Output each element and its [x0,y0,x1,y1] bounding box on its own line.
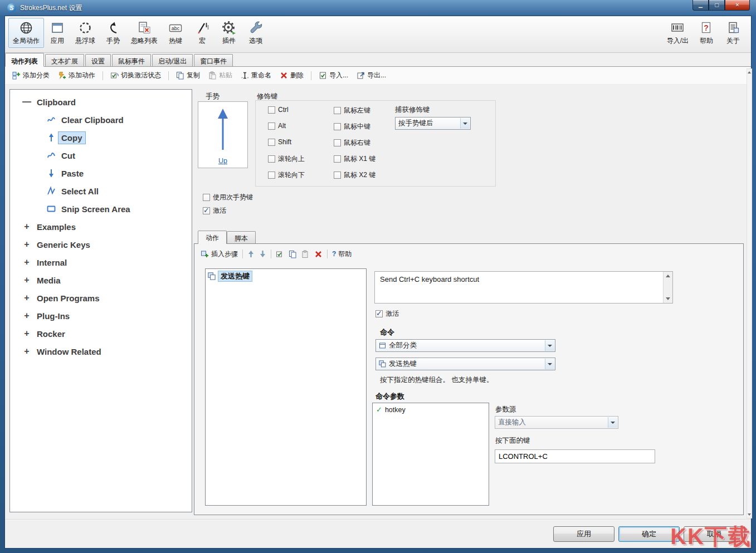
tab-script[interactable]: 脚本 [227,231,256,244]
insert-step-button[interactable]: 插入步骤 [201,249,238,259]
apply-button[interactable]: 应用 [553,526,614,542]
toolbar-button-app[interactable]: 应用 [44,18,71,48]
description-scrollbar[interactable] [663,272,672,303]
gesture-direction-link[interactable]: Up [198,157,247,165]
tree-item-select-all[interactable]: Select All [10,182,192,200]
tab-mouse-events[interactable]: 鼠标事件 [112,54,151,66]
paste-button[interactable]: 粘贴 [206,70,235,81]
toolbar-button-hotkeys[interactable]: abc 热键 [162,18,189,48]
checkbox-mouse-x1[interactable]: 鼠标 X1 键 [334,154,375,164]
tab-action[interactable]: 动作 [198,231,227,244]
tab-text-expansion[interactable]: 文本扩展 [45,54,84,66]
tree-label[interactable]: Snip Screen Area [58,203,134,216]
toolbar-button-float-ball[interactable]: 悬浮球 [71,18,100,48]
expand-icon[interactable]: + [20,311,33,320]
add-category-button[interactable]: 添加分类 [10,70,52,81]
hotkey-input[interactable] [495,449,655,463]
toolbar-button-help[interactable]: ? 帮助 [693,18,720,48]
tree-label[interactable]: Select All [58,185,102,198]
toggle-active-button[interactable]: 切换激活状态 [108,70,163,81]
param-item-hotkey[interactable]: ✓ hotkey [376,405,485,414]
checkbox-shift[interactable]: Shift [268,138,291,146]
checkbox-ctrl[interactable]: Ctrl [268,106,289,114]
scroll-down-icon[interactable] [747,511,752,518]
expand-icon[interactable]: + [20,276,33,285]
expand-icon[interactable]: + [20,258,33,267]
checkbox-box[interactable] [203,194,210,201]
close-button[interactable]: ✕ [725,0,750,11]
command-select[interactable]: 发送热键 [375,358,555,370]
tree-item-cut[interactable]: Cut [10,146,192,164]
tree-label[interactable]: Clear Clipboard [58,114,127,126]
scroll-up-icon[interactable] [664,272,672,280]
copy-step-button[interactable] [289,250,297,258]
toolbar-button-plugins[interactable]: 插件 [216,18,242,48]
tree-label[interactable]: Cut [58,149,79,162]
checkbox-mouse-x2[interactable]: 鼠标 X2 键 [334,170,375,180]
toolbar-button-import-export[interactable]: 导入/出 [662,18,693,48]
tab-action-list[interactable]: 动作列表 [5,53,44,67]
checkbox-box[interactable] [268,155,275,163]
tab-startup-exit[interactable]: 启动/退出 [152,54,193,66]
checkbox-wheel-down[interactable]: 滚轮向下 [268,170,305,180]
tree-category-generic-keys[interactable]: + Generic Keys [10,236,192,253]
checkbox-wheel-up[interactable]: 滚轮向上 [268,154,305,164]
step-description-input[interactable]: Send Ctrl+C keyboard shortcut [374,271,673,304]
checkbox-box[interactable] [334,172,341,179]
delete-button[interactable]: 删除 [277,70,306,81]
checkbox-box[interactable] [334,107,341,114]
checkbox-mouse-right[interactable]: 鼠标右键 [334,138,370,148]
toggle-step-active-button[interactable] [276,250,284,258]
tab-window-events[interactable]: 窗口事件 [194,54,233,66]
checkbox-box-checked[interactable] [375,310,383,317]
checkbox-box[interactable] [334,155,341,163]
minimize-button[interactable]: ▁ [692,0,709,11]
move-step-down-button[interactable] [259,250,266,258]
tree-category-clipboard[interactable]: — Clipboard [10,93,192,111]
rename-button[interactable]: 重命名 [238,70,274,81]
import-button[interactable]: 导入... [316,70,350,81]
tree-category-rocker[interactable]: + Rocker [10,325,192,342]
checkbox-mouse-left[interactable]: 鼠标左键 [334,106,370,115]
checkbox-mouse-middle[interactable]: 鼠标中键 [334,122,370,131]
checkbox-box[interactable] [268,139,275,146]
capture-modifiers-select[interactable]: 按手势键后 [395,117,471,130]
tree-category-examples[interactable]: + Examples [10,218,192,236]
checkbox-active[interactable]: 激活 [203,206,226,216]
move-step-up-button[interactable] [247,250,255,258]
tree-label[interactable]: Window Related [33,345,105,358]
expand-icon[interactable]: + [20,329,33,338]
checkbox-box[interactable] [268,123,275,130]
step-item-send-hotkey[interactable]: 发送热键 [208,271,364,282]
copy-button[interactable]: 复制 [174,70,202,81]
tree-label[interactable]: Media [33,274,64,287]
tree-label[interactable]: Plug-Ins [33,310,73,322]
add-action-button[interactable]: 添加动作 [56,70,97,81]
tree-category-plug-ins[interactable]: + Plug-Ins [10,307,192,325]
expand-icon[interactable]: + [20,240,33,249]
paste-step-button[interactable] [301,250,310,258]
expand-icon[interactable]: + [20,222,33,231]
page-scrollbar[interactable] [747,68,752,518]
step-help-button[interactable]: ? 帮助 [332,249,352,259]
maximize-button[interactable]: ▢ [709,0,725,11]
checkbox-secondary-stroke[interactable]: 使用次手势键 [203,193,253,202]
tree-label[interactable]: Open Programs [33,292,103,305]
toolbar-button-macros[interactable]: 宏 [189,18,216,48]
step-item-label[interactable]: 发送热键 [218,271,252,282]
checkbox-box-checked[interactable] [203,207,210,214]
tree-category-open-programs[interactable]: + Open Programs [10,289,192,307]
tree-label[interactable]: Clipboard [33,96,79,109]
tree-category-internal[interactable]: + Internal [10,253,192,271]
toolbar-button-gestures[interactable]: 手势 [100,18,126,48]
tree-label[interactable]: Paste [58,167,87,180]
delete-step-button[interactable] [314,250,323,258]
expand-icon[interactable]: + [20,347,33,356]
checkbox-alt[interactable]: Alt [268,122,286,130]
collapse-icon[interactable]: — [20,97,33,106]
expand-icon[interactable]: + [20,293,33,302]
cancel-button[interactable]: 取消 [684,526,745,542]
tab-settings[interactable]: 设置 [85,54,111,66]
toolbar-button-options[interactable]: 选项 [242,18,269,48]
tree-category-window-related[interactable]: + Window Related [10,342,192,360]
